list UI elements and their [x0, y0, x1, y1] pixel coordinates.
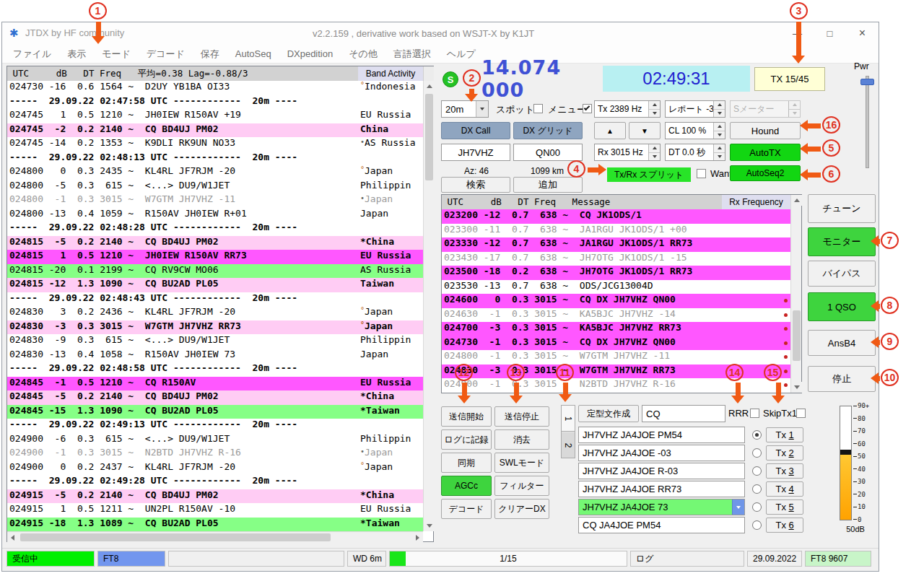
- band-activity-row[interactable]: 024845 -5 0.2 2140 ~ CQ BD4UJ PM02*China: [7, 390, 423, 405]
- chevron-down-icon[interactable]: [732, 499, 744, 515]
- scroll-thumb[interactable]: [793, 310, 801, 361]
- tx5-radio[interactable]: [752, 502, 762, 512]
- rx-decode-row[interactable]: 024900 -1 0.3 3015 ~ N2BTD JH7VHZ R-16: [442, 378, 790, 393]
- rx-decode-row[interactable]: 024600 0 0.3 3015 ~ CQ DX JH7VHZ QN00: [442, 294, 790, 308]
- free-text-input[interactable]: CQ: [642, 405, 725, 422]
- band-activity-row[interactable]: 024915 -18 1.3 1089 ~ CQ BU2AD PL05*Taiw…: [7, 518, 423, 532]
- tx-tab-2[interactable]: 2: [562, 432, 575, 458]
- band-activity-row[interactable]: 024845 -1 0.5 1210 ~ CQ R150AVEU Russia: [7, 377, 423, 391]
- log-qso-button[interactable]: ログに記録: [441, 429, 492, 450]
- band-activity-hscrollbar[interactable]: [7, 531, 423, 542]
- band-activity-vscrollbar[interactable]: [423, 81, 434, 531]
- rx-decode-row[interactable]: 024630 -1 0.3 3015 ~ KA5BJC JH7VHZ -14: [442, 308, 790, 323]
- band-activity-row[interactable]: 024745 1 0.5 1210 ~ JH0IEW R150AV +19EU …: [7, 109, 423, 123]
- band-activity-row[interactable]: 024815 1 0.5 1210 ~ JH0IEW R150AV RR73EU…: [7, 250, 423, 264]
- dx-call-button[interactable]: DX Call: [441, 122, 510, 139]
- menu-item-1[interactable]: 表示: [59, 44, 94, 64]
- tx1-radio[interactable]: [752, 430, 762, 440]
- bypass-button[interactable]: バイパス: [808, 261, 876, 287]
- band-activity-row[interactable]: 024900 0 0.2 2437 ~ KL4RL JF7RJM -20°Jap…: [7, 461, 423, 476]
- close-button[interactable]: ×: [846, 22, 879, 44]
- scroll-right-button[interactable]: [412, 532, 423, 543]
- dt-spinner[interactable]: DT 0.0 秒: [665, 144, 725, 161]
- band-activity-row[interactable]: 024915 -5 0.2 2140 ~ CQ BD4UJ PM02*China: [7, 489, 423, 504]
- band-activity-row[interactable]: 024845 -15 1.3 1090 ~ CQ BU2AD PL05*Taiw…: [7, 405, 423, 419]
- tx4-radio[interactable]: [752, 484, 762, 494]
- menu-item-2[interactable]: モード: [94, 44, 139, 64]
- rx-decode-row[interactable]: 023330 -12 0.7 638 ~ JA1RGU JK1ODS/1 RR7…: [442, 237, 790, 252]
- band-activity-row[interactable]: 024745 -2 0.2 2140 ~ CQ BD4UJ PM02China: [7, 123, 423, 138]
- tx-message-field-1[interactable]: JH7VHZ JA4JOE PM54: [578, 427, 745, 443]
- tx6-button[interactable]: Tx 6: [766, 518, 803, 533]
- band-activity-row[interactable]: 024900 -1 0.3 3015 ~ N2BTD JH7VHZ R-16•J…: [7, 447, 423, 461]
- band-activity-row[interactable]: 024915 1 0.5 1211 ~ UN2PL R150AV -10EU R…: [7, 503, 423, 518]
- sync-button[interactable]: 同期: [441, 453, 492, 473]
- spot-checkbox[interactable]: [533, 104, 543, 113]
- tx-message-field-2[interactable]: JH7VHZ JA4JOE -03: [578, 445, 745, 461]
- tx1-button[interactable]: Tx 1: [766, 427, 803, 442]
- menu-item-4[interactable]: 保存: [193, 44, 227, 64]
- menu-checkbox[interactable]: [583, 104, 592, 113]
- tx2-button[interactable]: Tx 2: [766, 445, 803, 461]
- ansb4-button[interactable]: AnsB4: [808, 330, 876, 356]
- agcc-button[interactable]: AGCc: [441, 476, 492, 496]
- filter-button[interactable]: フィルター: [494, 476, 549, 496]
- swl-mode-button[interactable]: SWLモード: [494, 453, 549, 473]
- band-activity-row[interactable]: 024800 -1 0.3 3015 ~ W7GTM JH7VHZ -11•Ja…: [7, 193, 423, 208]
- rx-decode-row[interactable]: 023300 -11 0.7 638 ~ JA1RGU JK1ODS/1 +00: [442, 224, 790, 238]
- rx-decode-row[interactable]: 024700 -3 0.3 3015 ~ KA5BJC JH7VHZ RR73: [442, 322, 790, 336]
- band-activity-row[interactable]: 024830 -13 0.4 1058 ~ R150AV JH0IEW 73Ja…: [7, 349, 423, 363]
- band-activity-row[interactable]: 024815 -5 0.2 2140 ~ CQ BD4UJ PM02*China: [7, 236, 423, 250]
- band-activity-row[interactable]: 024815 -20 0.1 2199 ~ CQ RV9CW MO06AS Ru…: [7, 264, 423, 279]
- clip-level-spinner[interactable]: CL 100 %: [665, 122, 725, 139]
- decode-button[interactable]: デコード: [441, 499, 492, 519]
- band-activity-row[interactable]: 024830 3 0.2 2436 ~ KL4RL JF7RJM -20°Jap…: [7, 306, 423, 320]
- tx3-radio[interactable]: [752, 466, 762, 476]
- erase-button[interactable]: 消去: [494, 429, 549, 450]
- wanted-checkbox[interactable]: [697, 169, 706, 178]
- rx-decode-row[interactable]: 023430 -17 0.7 638 ~ JH7OTG JK1ODS/1 -15: [442, 252, 790, 266]
- scroll-up-button[interactable]: [791, 195, 802, 206]
- skiptx1-checkbox[interactable]: [796, 409, 806, 418]
- band-activity-row[interactable]: 024900 -6 0.3 615 ~ <...> DU9/W1JETPhili…: [7, 433, 423, 448]
- rx-decode-row[interactable]: 023530 -13 0.7 638 ~ ODS/JCG13004D: [442, 280, 790, 294]
- menu-item-6[interactable]: DXpedition: [279, 44, 341, 64]
- band-activity-row[interactable]: 024730 -16 0.6 1564 ~ D2UY YB1BA OI33°In…: [7, 81, 423, 95]
- tx-message-field-4[interactable]: JH7VHZ JA4JOE RR73: [578, 481, 745, 497]
- scroll-up-button[interactable]: [424, 81, 435, 92]
- tx6-radio[interactable]: [752, 520, 762, 530]
- menu-item-7[interactable]: その他: [341, 44, 385, 64]
- tune-button[interactable]: チューン: [808, 194, 876, 223]
- rx-frequency-scrollbar[interactable]: [790, 195, 801, 393]
- rx-decode-row[interactable]: 024730 -1 0.3 3015 ~ CQ DX JH7VHZ QN00: [442, 336, 790, 351]
- band-activity-row[interactable]: 024830 -9 0.3 615 ~ <...> DU9/W1JETPhili…: [7, 334, 423, 349]
- generate-messages-button[interactable]: 定型文作成: [578, 405, 639, 422]
- stop-tx-button[interactable]: 送信停止: [494, 406, 549, 427]
- tx-message-field-5[interactable]: JH7VHZ JA4JOE 73: [578, 499, 745, 515]
- search-button[interactable]: 検索: [441, 177, 510, 193]
- rx-decode-row[interactable]: 023200 -12 0.7 638 ~ CQ JK1ODS/1: [442, 209, 790, 224]
- autotx-button[interactable]: AutoTX: [730, 144, 801, 161]
- rx-decode-row[interactable]: 024800 -1 0.3 3015 ~ W7GTM JH7VHZ -11: [442, 350, 790, 365]
- band-activity-row[interactable]: 024830 -3 0.3 3015 ~ W7GTM JH7VHZ RR73°J…: [7, 320, 423, 335]
- start-tx-button[interactable]: 送信開始: [441, 406, 492, 427]
- band-activity-row[interactable]: 024800 0 0.3 2435 ~ KL4RL JF7RJM -20°Jap…: [7, 165, 423, 180]
- rx-freq-spinner[interactable]: Rx 3015 Hz: [594, 144, 661, 161]
- band-activity-row[interactable]: 024745 -14 0.2 1353 ~ K9DLI RK9UN NO33•A…: [7, 137, 423, 152]
- pwr-slider[interactable]: [866, 76, 869, 168]
- tx-message-field-6[interactable]: CQ JA4JOE PM54: [578, 517, 745, 533]
- freq-up-button[interactable]: ▲: [594, 122, 626, 139]
- tx3-button[interactable]: Tx 3: [766, 463, 803, 479]
- tx5-button[interactable]: Tx 5: [766, 499, 803, 515]
- tx-freq-spinner[interactable]: Tx 2389 Hz: [594, 100, 661, 118]
- maximize-button[interactable]: □: [814, 22, 846, 44]
- one-qso-button[interactable]: 1 QSO: [808, 292, 876, 321]
- band-activity-row[interactable]: 024800 -13 0.4 1059 ~ R150AV JH0IEW R+01…: [7, 208, 423, 222]
- menu-item-5[interactable]: AutoSeq: [227, 44, 279, 64]
- hound-button[interactable]: Hound: [730, 122, 801, 139]
- rrr-checkbox[interactable]: [750, 409, 759, 418]
- rx-decode-row[interactable]: 023500 -18 0.2 638 ~ JH7OTG JK1ODS/1 RR7…: [442, 266, 790, 280]
- minimize-button[interactable]: —: [781, 22, 814, 44]
- band-selector[interactable]: 20m: [441, 100, 489, 118]
- scroll-thumb[interactable]: [425, 94, 433, 180]
